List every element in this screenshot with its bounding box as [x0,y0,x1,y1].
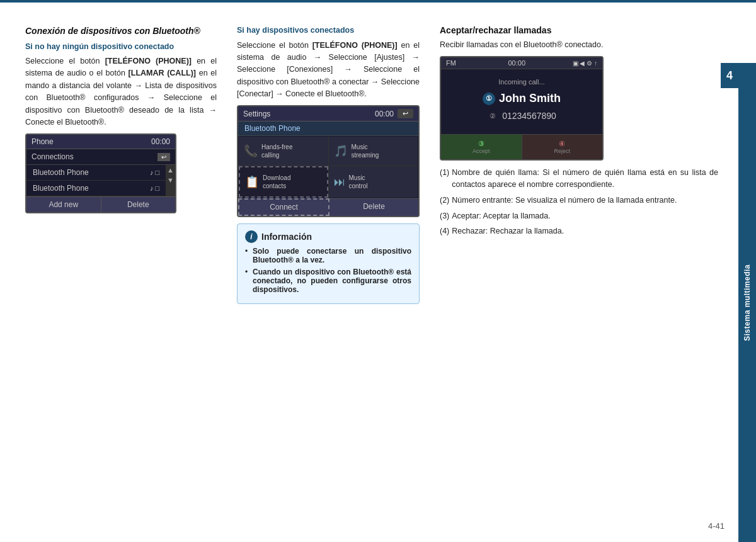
incoming-call-screen: FM 00:00 ▣ ◀ ⚙ ↑ Incoming call... ① John… [440,56,604,161]
info-box: i Información Solo puede conectarse un d… [237,223,420,304]
reject-label: Reject [527,148,598,154]
feature-grid: 📞 Hands-freecalling 🎵 Musicstreaming 📋 D… [239,137,418,198]
bt-list-item-2[interactable]: Bluetooth Phone ♪ □ [26,181,166,196]
handsfree-label: Hands-freecalling [261,143,292,159]
reject-button[interactable]: ④ Reject [522,135,603,159]
note-2: (2) Número entrante: Se visualiza el núm… [440,195,718,206]
mid-para1: Seleccione el botón [TELÉFONO (PHONE)] e… [237,40,420,101]
phone-screen-time: 00:00 [151,137,170,146]
accept-button[interactable]: ③ Accept [441,135,522,159]
incoming-content: Incoming call... ① John Smith ② 01234567… [441,69,602,134]
feature-contacts[interactable]: 📋 Downloadcontacts [239,166,328,198]
bt-item1-icons: ♪ □ [150,169,159,176]
streaming-label: Musicstreaming [352,143,379,159]
fm-title: FM [446,59,456,67]
settings-bottom-buttons: Connect Delete [238,198,418,216]
note-2-text: Número entrante: Se visualiza el número … [452,195,677,206]
reject-badge: ④ [559,140,565,147]
caller-name-row: ① John Smith [447,92,596,105]
accept-label: Accept [446,148,517,154]
main-content: Conexión de dispositivos con Bluetooth® … [25,19,718,517]
page-number: 4-41 [708,521,724,531]
bt-item2-icons: ♪ □ [150,184,159,192]
mid-subtitle1: Si hay dispositivos conectados [237,25,420,37]
phone-screen-mockup: Phone 00:00 Connections ↩ Bluetooth Phon… [25,133,176,213]
accept-badge: ③ [478,140,484,147]
fm-icons: ▣ ◀ ⚙ ↑ [573,60,597,67]
info-list: Solo puede conectarse un dispositivo Blu… [245,247,411,294]
notes-list: (1) Nombre de quién llama: Si el número … [440,167,718,237]
note-4: (4) Rechazar: Rechazar la llamada. [440,225,718,237]
settings-screen-subtitle: Bluetooth Phone [238,121,418,136]
settings-screen-header: Settings 00:00 ↩ [238,106,418,121]
fm-time: 00:00 [461,59,573,67]
scroll-down-icon: ▼ [167,176,174,184]
phone-screen-title: Phone [32,137,151,146]
note-3-num: (3) [440,210,449,222]
left-para1-bold1: [TELÉFONO (PHONE)] [105,57,192,65]
phone-bottom-buttons: Add new Delete [26,196,175,212]
info-item-1: Solo puede conectarse un dispositivo Blu… [245,247,411,264]
note-4-text: Rechazar: Rechazar la llamada. [452,225,564,237]
left-para1: Seleccione el botón [TELÉFONO (PHONE)] e… [25,55,217,128]
left-subtitle1: Si no hay ningún dispositivo conectado [25,42,217,53]
mid-para1-bold: [TELÉFONO (PHONE)] [312,41,398,50]
bt-list-area: Bluetooth Phone ♪ □ Bluetooth Phone ♪ □ … [26,165,175,196]
info-item-2: Cuando un dispositivo con Bluetooth® est… [245,268,411,294]
phone-screen-header: Phone 00:00 [26,135,175,149]
feature-handsfree[interactable]: 📞 Hands-freecalling [239,137,328,166]
note-4-num: (4) [440,225,449,237]
connect-button[interactable]: Connect [238,198,329,216]
caller-badge-2: ② [487,110,498,121]
caller-number-row: ② 01234567890 [447,110,596,121]
caller-number-text: 01234567890 [502,111,556,121]
note-2-num: (2) [440,195,449,206]
streaming-icon: 🎵 [334,144,348,158]
delete-button[interactable]: Delete [101,196,176,212]
bt-item2-label: Bluetooth Phone [33,184,89,193]
feature-streaming[interactable]: 🎵 Musicstreaming [329,137,418,166]
add-new-button[interactable]: Add new [26,196,101,212]
scroll-arrows: ▲ ▼ [166,165,175,196]
sidebar-label-text: Sistema multimedia [743,264,752,341]
call-buttons: ③ Accept ④ Reject [441,134,602,159]
handsfree-icon: 📞 [244,144,258,158]
chapter-number: 4 [726,69,733,82]
left-section-title: Conexión de dispositivos con Bluetooth® [25,25,217,38]
music-control-icon: ⏭ [334,176,345,189]
caller-name-text: John Smith [499,92,561,105]
settings-time: 00:00 [375,110,394,118]
left-title-text: Conexión de dispositivos con Bluetooth® [25,26,200,36]
left-para1-bold2: [LLAMAR (CALL)] [129,69,196,77]
bt-item1-label: Bluetooth Phone [33,168,89,177]
right-section-title: Aceptar/rechazar llamadas [440,25,718,35]
right-column: Aceptar/rechazar llamadas Recibir llamad… [430,19,718,517]
incoming-label: Incoming call... [447,78,596,86]
fm-bar: FM 00:00 ▣ ◀ ⚙ ↑ [441,57,602,69]
settings-title: Settings [243,110,375,118]
connections-label: Connections [32,152,158,161]
info-box-header: i Información [245,230,411,243]
feature-music-control[interactable]: ⏭ Musiccontrol [329,166,418,198]
chapter-badge: 4 [721,63,738,88]
scroll-up-icon: ▲ [167,166,174,174]
info-header-label: Información [261,232,312,242]
caller-badge-1: ① [483,93,495,105]
contacts-label: Downloadcontacts [263,174,290,190]
settings-delete-button[interactable]: Delete [329,198,418,216]
connections-back-button[interactable]: ↩ [158,153,170,161]
settings-screen-mockup: Settings 00:00 ↩ Bluetooth Phone 📞 Hands… [237,105,420,217]
contacts-icon: 📋 [245,175,259,189]
left-column: Conexión de dispositivos con Bluetooth® … [25,19,227,517]
top-accent-line [0,0,756,3]
middle-column: Si hay dispositivos conectados Seleccion… [227,19,430,517]
note-1-num: (1) [440,167,449,191]
note-3-text: Aceptar: Aceptar la llamada. [452,210,550,222]
music-control-label: Musiccontrol [349,174,368,190]
info-icon: i [245,230,258,243]
bt-list-item-1[interactable]: Bluetooth Phone ♪ □ [26,165,166,181]
sidebar-label: Sistema multimedia [738,63,756,542]
note-1-text: Nombre de quién llama: Si el número de q… [452,167,718,191]
settings-back-button[interactable]: ↩ [398,109,413,118]
right-para1: Recibir llamadas con el Bluetooth® conec… [440,39,718,51]
